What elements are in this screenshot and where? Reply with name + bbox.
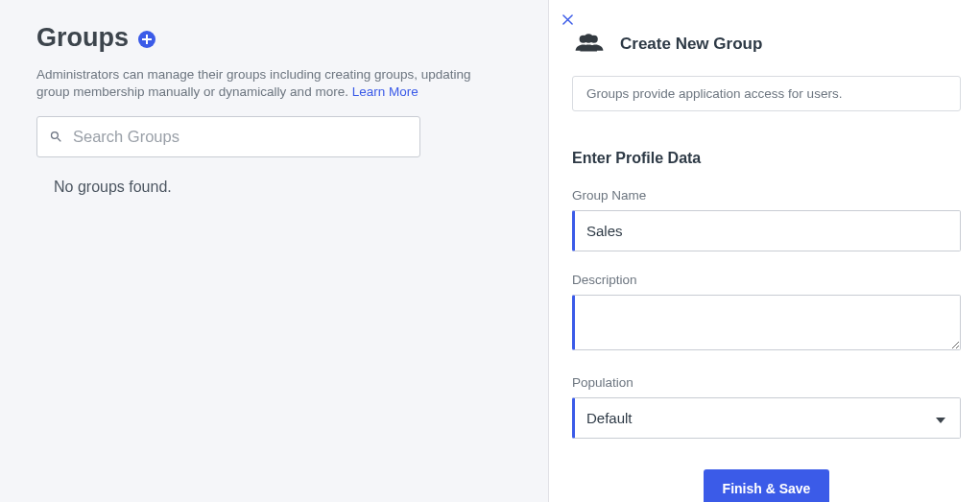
people-icon bbox=[574, 32, 605, 57]
add-group-button[interactable] bbox=[138, 31, 155, 48]
finish-save-button[interactable]: Finish & Save bbox=[704, 469, 830, 502]
description-label: Description bbox=[572, 273, 961, 287]
panel-footer: Finish & Save bbox=[572, 469, 961, 502]
panel-title: Create New Group bbox=[620, 35, 762, 54]
create-group-panel: Create New Group Groups provide applicat… bbox=[549, 0, 980, 502]
svg-point-2 bbox=[584, 34, 593, 43]
population-select[interactable]: Default bbox=[572, 397, 961, 439]
page-header: Groups bbox=[36, 23, 519, 53]
population-select-wrap[interactable]: Default bbox=[572, 397, 961, 439]
close-panel-button[interactable] bbox=[562, 10, 573, 30]
learn-more-link[interactable]: Learn More bbox=[352, 84, 418, 99]
population-selected-value: Default bbox=[586, 410, 633, 426]
description-field: Description bbox=[572, 273, 961, 354]
info-banner: Groups provide application access for us… bbox=[572, 76, 961, 111]
search-icon bbox=[49, 130, 63, 144]
close-icon bbox=[562, 14, 573, 25]
plus-icon bbox=[142, 35, 152, 44]
population-label: Population bbox=[572, 375, 961, 390]
population-field: Population Default bbox=[572, 375, 961, 439]
group-name-label: Group Name bbox=[572, 188, 961, 203]
empty-state-message: No groups found. bbox=[54, 179, 519, 196]
group-name-field: Group Name bbox=[572, 188, 961, 251]
group-name-input[interactable] bbox=[572, 210, 961, 251]
page-title: Groups bbox=[36, 23, 129, 53]
description-input[interactable] bbox=[572, 295, 961, 350]
groups-main-pane: Groups Administrators can manage their g… bbox=[0, 0, 549, 502]
page-subtext: Administrators can manage their groups i… bbox=[36, 66, 497, 101]
section-title: Enter Profile Data bbox=[572, 150, 961, 167]
search-groups-input[interactable] bbox=[73, 128, 408, 146]
search-groups-wrap[interactable] bbox=[36, 116, 420, 157]
panel-header: Create New Group bbox=[574, 32, 961, 57]
